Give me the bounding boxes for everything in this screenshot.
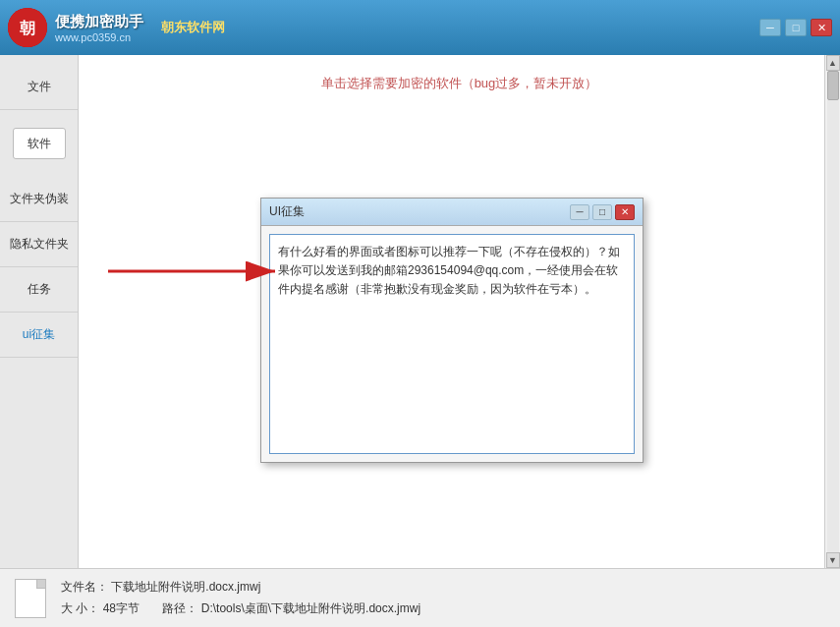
dialog-title: UI征集: [269, 203, 305, 220]
path-label: 路径：: [162, 601, 197, 615]
scroll-down[interactable]: ▼: [826, 552, 840, 568]
size-label: 大 小：: [61, 601, 99, 615]
sidebar-item-private-folder[interactable]: 隐私文件夹: [0, 222, 78, 267]
scroll-thumb[interactable]: [827, 71, 839, 100]
app-name: 便携加密助手: [55, 13, 143, 31]
dialog-content-area: 有什么好看的界面或者图标可以推荐一下呢（不存在侵权的）？如果你可以发送到我的邮箱…: [269, 234, 635, 454]
sidebar-item-ui-collect[interactable]: ui征集: [0, 313, 78, 358]
website-url: www.pc0359.cn: [55, 31, 143, 43]
sidebar-item-files[interactable]: 文件: [0, 65, 78, 110]
status-text: 文件名： 下载地址附件说明.docx.jmwj 大 小： 48字节 路径： D:…: [61, 577, 420, 619]
path-value: D:\tools\桌面\下载地址附件说明.docx.jmwj: [201, 601, 420, 615]
close-button[interactable]: ✕: [811, 19, 832, 36]
minimize-button[interactable]: ─: [759, 19, 781, 36]
dialog-titlebar: UI征集 ─ □ ✕: [261, 199, 643, 226]
sidebar-item-tasks[interactable]: 任务: [0, 267, 78, 313]
title-text: 便携加密助手 www.pc0359.cn: [55, 13, 143, 43]
size-value: 48字节: [103, 601, 140, 615]
top-notice: 单击选择需要加密的软件（bug过多，暂未开放）: [79, 55, 840, 102]
dialog-minimize[interactable]: ─: [570, 204, 589, 220]
sidebar: 文件 软件 文件夹伪装 隐私文件夹 任务 ui征集: [0, 55, 79, 568]
dialog-text: 有什么好看的界面或者图标可以推荐一下呢（不存在侵权的）？如果你可以发送到我的邮箱…: [278, 243, 626, 300]
sidebar-software-wrapper: 软件: [0, 110, 78, 177]
sidebar-item-software[interactable]: 软件: [13, 128, 66, 159]
file-icon: [15, 579, 46, 618]
scrollbar: ▲ ▼: [824, 55, 840, 568]
title-bar-left: 朝 便携加密助手 www.pc0359.cn 朝东软件网: [8, 8, 225, 47]
site-name: 朝东软件网: [161, 19, 225, 36]
svg-text:朝: 朝: [20, 20, 35, 36]
ui-collect-dialog: UI征集 ─ □ ✕ 有什么好看的界面或者图标可以推荐一下呢（不存在侵权的）？如…: [260, 198, 644, 463]
scroll-track[interactable]: [827, 71, 839, 552]
filename-value: 下载地址附件说明.docx.jmwj: [111, 580, 260, 594]
main-container: 文件 软件 文件夹伪装 隐私文件夹 任务 ui征集 单击选择需要加密的软件（bu…: [0, 55, 840, 568]
status-bar: 文件名： 下载地址附件说明.docx.jmwj 大 小： 48字节 路径： D:…: [0, 568, 840, 627]
dialog-controls: ─ □ ✕: [570, 204, 635, 220]
maximize-button[interactable]: □: [785, 19, 807, 36]
scroll-up[interactable]: ▲: [826, 55, 840, 71]
size-path-line: 大 小： 48字节 路径： D:\tools\桌面\下载地址附件说明.docx.…: [61, 598, 420, 620]
title-bar: 朝 便携加密助手 www.pc0359.cn 朝东软件网 ─ □ ✕: [0, 0, 840, 55]
app-logo: 朝: [8, 8, 47, 47]
dialog-close[interactable]: ✕: [615, 204, 635, 220]
sidebar-item-folder-disguise[interactable]: 文件夹伪装: [0, 177, 78, 222]
filename-line: 文件名： 下载地址附件说明.docx.jmwj: [61, 577, 420, 598]
content-area: 单击选择需要加密的软件（bug过多，暂未开放） UI征集 ─ □ ✕ 有什么好看…: [79, 55, 840, 568]
dialog-maximize[interactable]: □: [592, 204, 612, 220]
window-controls: ─ □ ✕: [759, 19, 832, 36]
filename-label: 文件名：: [61, 580, 108, 594]
